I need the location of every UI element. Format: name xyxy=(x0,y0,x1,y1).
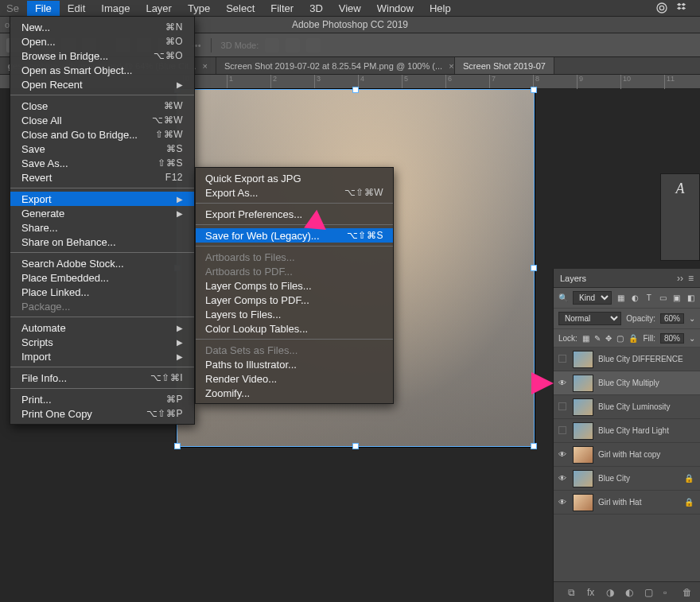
filter-toggle-icon[interactable]: ◧ xyxy=(686,293,696,304)
panel-menu-icon[interactable]: ≡ xyxy=(688,274,694,283)
blend-mode-select[interactable]: Normal xyxy=(558,312,621,325)
character-panel-tab[interactable]: A xyxy=(660,173,700,261)
menu-item-import[interactable]: Import▶ xyxy=(10,349,194,363)
layer-name[interactable]: Blue City xyxy=(598,474,630,483)
menu-item-export[interactable]: Export▶ xyxy=(10,192,194,206)
submenu-item-zoomify[interactable]: Zoomify... xyxy=(196,386,393,400)
transform-handle[interactable] xyxy=(531,443,537,449)
menu-item-close-and-go-to-bridge[interactable]: Close and Go to Bridge...⇧⌘W xyxy=(10,127,194,142)
menu-item-close-all[interactable]: Close All⌥⌘W xyxy=(10,113,194,127)
filter-smart-icon[interactable]: ▣ xyxy=(672,293,682,304)
fill-value[interactable]: 80% xyxy=(660,333,684,344)
layer-visibility-icon[interactable]: 👁 xyxy=(557,474,568,483)
layer-visibility-icon[interactable]: 👁 xyxy=(557,379,568,387)
3d-icon-2[interactable] xyxy=(286,38,300,52)
menu-item-scripts[interactable]: Scripts▶ xyxy=(10,335,194,349)
lock-transparent-icon[interactable]: ▦ xyxy=(582,332,589,344)
filter-pixel-icon[interactable]: ▦ xyxy=(616,293,626,304)
delete-layer-icon[interactable]: 🗑 xyxy=(682,587,694,598)
menu-help[interactable]: Help xyxy=(422,1,459,16)
menu-item-print[interactable]: Print...⌘P xyxy=(10,392,194,406)
layer-name[interactable]: Blue City Hard Light xyxy=(598,426,669,435)
layer-mask-icon[interactable]: ◑ xyxy=(606,587,617,598)
menu-image[interactable]: Image xyxy=(93,1,138,16)
submenu-item-layers-to-files[interactable]: Layers to Files... xyxy=(196,307,393,321)
cc-cloud-icon[interactable] xyxy=(655,2,668,14)
layer-row[interactable]: Blue City DIFFERENCE xyxy=(554,348,700,371)
lock-artboard-icon[interactable]: ▢ xyxy=(616,332,624,344)
link-layers-icon[interactable]: ⧉ xyxy=(568,587,579,598)
layer-visibility-icon[interactable] xyxy=(557,355,568,364)
transform-handle[interactable] xyxy=(352,443,359,449)
submenu-item-layer-comps-to-files[interactable]: Layer Comps to Files... xyxy=(196,278,393,293)
menu-edit[interactable]: Edit xyxy=(60,1,93,16)
layer-name[interactable]: Girl with Hat copy xyxy=(598,450,660,459)
layer-name[interactable]: Blue City Multiply xyxy=(598,379,659,387)
transform-handle[interactable] xyxy=(531,87,537,93)
layer-visibility-icon[interactable] xyxy=(557,426,568,436)
submenu-item-color-lookup-tables[interactable]: Color Lookup Tables... xyxy=(196,321,393,336)
layer-row[interactable]: 👁Girl with Hat🔒 xyxy=(554,491,700,515)
menu-select[interactable]: Select xyxy=(218,1,262,16)
menu-item-save[interactable]: Save⌘S xyxy=(10,142,194,156)
menu-item-close[interactable]: Close⌘W xyxy=(10,99,194,113)
lock-all-icon[interactable]: 🔒 xyxy=(628,332,638,344)
menu-item-share[interactable]: Share... xyxy=(10,220,194,235)
layer-thumbnail[interactable] xyxy=(573,422,593,440)
layer-row[interactable]: Blue City Luminosity xyxy=(554,395,700,419)
menu-item-file-info[interactable]: File Info...⌥⇧⌘I xyxy=(10,371,194,385)
panel-collapse-icon[interactable]: ›› xyxy=(677,274,683,283)
menu-3d[interactable]: 3D xyxy=(301,1,331,16)
layer-thumbnail[interactable] xyxy=(573,398,593,416)
menu-view[interactable]: View xyxy=(331,1,369,16)
menu-item-place-linked[interactable]: Place Linked... xyxy=(10,285,194,299)
menu-item-automate[interactable]: Automate▶ xyxy=(10,320,194,335)
transform-handle[interactable] xyxy=(531,265,537,271)
3d-icon-3[interactable] xyxy=(306,38,321,52)
menu-item-share-on-behance[interactable]: Share on Behance... xyxy=(10,235,194,249)
layer-thumbnail[interactable] xyxy=(573,351,593,368)
filter-type-icon[interactable]: T xyxy=(644,293,654,304)
close-icon[interactable]: × xyxy=(449,61,453,71)
layer-visibility-icon[interactable]: 👁 xyxy=(557,450,568,459)
filter-shape-icon[interactable]: ▭ xyxy=(659,293,668,304)
layer-name[interactable]: Girl with Hat xyxy=(598,498,641,507)
3d-icon-1[interactable] xyxy=(265,38,279,52)
menu-item-place-embedded[interactable]: Place Embedded... xyxy=(10,270,194,285)
filter-kind-select[interactable]: Kind xyxy=(573,291,612,305)
layer-row[interactable]: 👁Girl with Hat copy xyxy=(554,443,700,467)
layer-row[interactable]: 👁Blue City🔒 xyxy=(554,467,700,491)
filter-adjust-icon[interactable]: ◐ xyxy=(631,293,640,304)
layer-name[interactable]: Blue City Luminosity xyxy=(598,402,671,411)
menu-window[interactable]: Window xyxy=(369,1,422,16)
menu-item-generate[interactable]: Generate▶ xyxy=(10,206,194,220)
layer-row[interactable]: 👁Blue City Multiply xyxy=(554,371,700,395)
menu-filter[interactable]: Filter xyxy=(262,1,301,16)
layer-row[interactable]: Blue City Hard Light xyxy=(554,419,700,443)
menu-item-browse-in-bridge[interactable]: Browse in Bridge...⌥⌘O xyxy=(10,49,194,63)
layer-group-icon[interactable]: ▢ xyxy=(644,587,655,598)
transform-handle[interactable] xyxy=(174,443,181,449)
submenu-item-paths-to-illustrator[interactable]: Paths to Illustrator... xyxy=(196,357,393,371)
menu-item-revert[interactable]: RevertF12 xyxy=(10,170,194,184)
lock-brush-icon[interactable]: ✎ xyxy=(594,332,601,344)
submenu-item-render-video[interactable]: Render Video... xyxy=(196,371,393,386)
layer-thumbnail[interactable] xyxy=(573,494,593,511)
doc-tab-1[interactable]: Screen Shot 2019-07-02 at 8.25.54 PM.png… xyxy=(216,57,455,74)
layer-thumbnail[interactable] xyxy=(573,375,593,392)
menu-layer[interactable]: Layer xyxy=(138,1,180,16)
layer-name[interactable]: Blue City DIFFERENCE xyxy=(598,355,683,363)
close-icon[interactable]: × xyxy=(203,61,208,71)
new-layer-icon[interactable]: ▫ xyxy=(663,587,675,598)
menu-item-search-adobe-stock[interactable]: Search Adobe Stock... xyxy=(10,256,194,270)
menu-item-open-as-smart-object[interactable]: Open as Smart Object... xyxy=(10,63,194,77)
submenu-item-layer-comps-to-pdf[interactable]: Layer Comps to PDF... xyxy=(196,293,393,307)
menu-item-print-one-copy[interactable]: Print One Copy⌥⇧⌘P xyxy=(10,406,194,421)
layer-fx-icon[interactable]: fx xyxy=(587,587,598,598)
menu-item-open[interactable]: Open...⌘O xyxy=(10,34,194,49)
opacity-value[interactable]: 60% xyxy=(660,313,684,324)
submenu-item-export-as[interactable]: Export As...⌥⇧⌘W xyxy=(196,185,393,200)
submenu-item-quick-export-as-jpg[interactable]: Quick Export as JPG xyxy=(196,171,393,185)
layer-visibility-icon[interactable] xyxy=(557,402,568,412)
layers-tab[interactable]: Layers xyxy=(560,274,586,283)
